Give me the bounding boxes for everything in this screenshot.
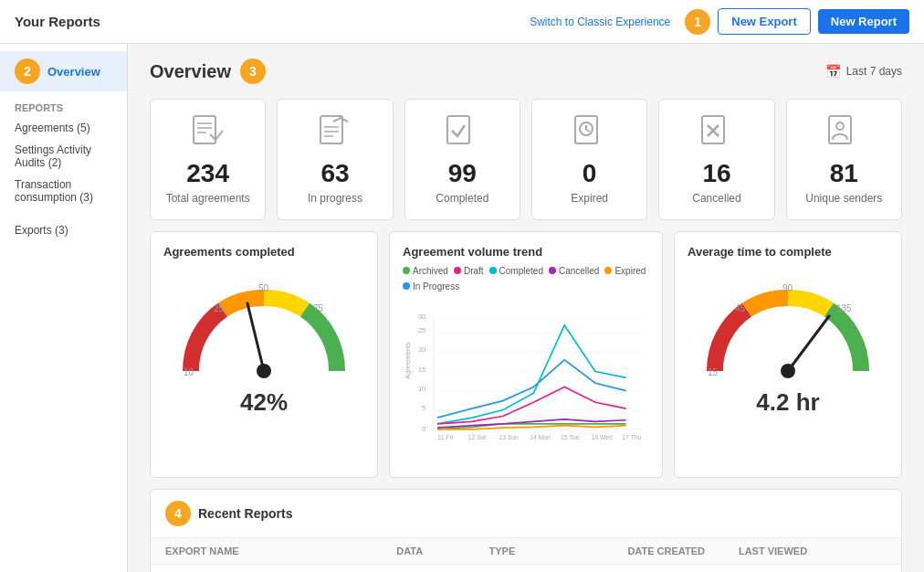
stat-card-unique-senders: 81 Unique senders bbox=[786, 99, 902, 220]
chart-agreements-completed: Agreements completed 10 bbox=[150, 231, 378, 478]
recent-reports-section: 4 Recent Reports EXPORT NAME DATA TYPE D… bbox=[150, 489, 902, 572]
legend-label-draft: Draft bbox=[464, 266, 484, 276]
svg-text:75: 75 bbox=[313, 303, 324, 313]
stat-icon-unique-senders bbox=[825, 114, 862, 154]
svg-text:12 Sat: 12 Sat bbox=[468, 434, 487, 440]
svg-text:10: 10 bbox=[418, 384, 425, 392]
step-badge-2: 2 bbox=[15, 58, 40, 84]
stat-label-unique-senders: Unique senders bbox=[805, 192, 882, 205]
stat-number-cancelled: 16 bbox=[702, 160, 730, 188]
legend-draft: Draft bbox=[454, 266, 484, 276]
step-badge-1: 1 bbox=[685, 9, 710, 35]
overview-header: Overview 3 📅 Last 7 days bbox=[128, 44, 924, 91]
svg-text:16 Wed: 16 Wed bbox=[592, 434, 613, 440]
svg-text:14 Mon: 14 Mon bbox=[530, 434, 551, 440]
svg-text:17 Thu: 17 Thu bbox=[622, 434, 641, 440]
gauge-avgtime-svg: 15 45 90 135 bbox=[688, 266, 888, 385]
recent-reports-header: 4 Recent Reports bbox=[151, 490, 901, 538]
svg-point-23 bbox=[257, 364, 271, 378]
col-header-data: DATA bbox=[396, 546, 488, 556]
col-header-last-viewed: LAST VIEWED bbox=[739, 546, 850, 556]
legend-archived: Archived bbox=[403, 266, 448, 276]
svg-text:5: 5 bbox=[422, 404, 425, 412]
sidebar-item-exports[interactable]: Exports (3) bbox=[0, 219, 127, 241]
svg-text:25: 25 bbox=[418, 326, 425, 334]
svg-rect-8 bbox=[447, 116, 469, 143]
stat-icon-cancelled bbox=[698, 114, 735, 154]
step-badge-4: 4 bbox=[165, 501, 191, 526]
col-header-type: TYPE bbox=[488, 546, 627, 556]
page-title: Your Reports bbox=[15, 14, 100, 29]
date-range-label: Last 7 days bbox=[846, 65, 902, 78]
stat-number-unique-senders: 81 bbox=[830, 160, 858, 188]
svg-text:50: 50 bbox=[258, 283, 269, 293]
stat-icon-completed bbox=[444, 114, 480, 154]
new-export-button[interactable]: New Export bbox=[718, 8, 811, 35]
legend-dot-inprogress bbox=[403, 282, 410, 290]
gauge-completed-svg: 10 25 50 75 bbox=[163, 266, 364, 385]
svg-text:0: 0 bbox=[422, 425, 425, 433]
stat-label-total: Total agreements bbox=[166, 192, 250, 205]
legend-dot-draft bbox=[454, 267, 461, 274]
chart-title-avgtime: Average time to complete bbox=[688, 245, 888, 259]
stat-card-inprogress: 63 In progress bbox=[277, 99, 393, 220]
stat-card-total: 234 Total agreements bbox=[150, 99, 266, 220]
stat-number-total: 234 bbox=[186, 160, 229, 188]
legend-inprogress: In Progress bbox=[403, 281, 459, 291]
svg-text:15: 15 bbox=[418, 365, 425, 373]
svg-text:25: 25 bbox=[214, 303, 225, 313]
col-header-actions bbox=[849, 546, 887, 556]
svg-text:15: 15 bbox=[708, 367, 719, 377]
sidebar-section-label: REPORTS bbox=[0, 91, 127, 117]
legend-cancelled: Cancelled bbox=[549, 266, 599, 276]
svg-text:20: 20 bbox=[418, 345, 425, 354]
sidebar-item-transaction[interactable]: Transaction consumption (3) bbox=[0, 174, 127, 208]
new-report-button[interactable]: New Report bbox=[818, 9, 909, 34]
svg-rect-0 bbox=[194, 116, 215, 143]
legend-label-cancelled: Cancelled bbox=[559, 266, 599, 276]
chart-title-completed: Agreements completed bbox=[163, 245, 364, 259]
stat-number-inprogress: 63 bbox=[320, 160, 349, 188]
stat-number-completed: 99 bbox=[448, 160, 477, 188]
gauge-completed-container: 10 25 50 75 42% bbox=[163, 266, 364, 417]
date-range: 📅 Last 7 days bbox=[825, 64, 902, 79]
svg-text:11 Fri: 11 Fri bbox=[437, 434, 454, 440]
legend-dot-cancelled bbox=[549, 267, 556, 274]
calendar-icon: 📅 bbox=[825, 64, 841, 79]
stat-label-completed: Completed bbox=[436, 192, 488, 205]
gauge-avgtime-container: 15 45 90 135 4.2 hr bbox=[688, 266, 888, 417]
top-bar: Your Reports Switch to Classic Experienc… bbox=[0, 0, 924, 44]
col-header-name: EXPORT NAME bbox=[165, 546, 396, 556]
switch-classic-link[interactable]: Switch to Classic Experience bbox=[530, 16, 670, 28]
svg-text:Agreements: Agreements bbox=[404, 342, 412, 379]
svg-text:135: 135 bbox=[836, 303, 852, 313]
svg-text:45: 45 bbox=[735, 303, 746, 313]
stat-icon-expired bbox=[572, 114, 608, 154]
stat-label-expired: Expired bbox=[571, 192, 608, 205]
legend-label-completed: Completed bbox=[499, 266, 543, 276]
chart-volume-trend: Agreement volume trend Archived Draft Co… bbox=[389, 231, 663, 478]
stat-label-inprogress: In progress bbox=[308, 192, 362, 205]
svg-text:10: 10 bbox=[184, 367, 194, 377]
svg-point-52 bbox=[781, 364, 795, 378]
stat-number-expired: 0 bbox=[583, 160, 597, 188]
top-bar-right: Switch to Classic Experience 1 New Expor… bbox=[530, 8, 909, 35]
sidebar-item-settings-activity[interactable]: Settings Activity Audits (2) bbox=[0, 139, 127, 174]
stats-row: 234 Total agreements 63 In progress 99 C… bbox=[128, 91, 924, 231]
legend-label-expired: Expired bbox=[614, 266, 646, 276]
stat-card-cancelled: 16 Cancelled bbox=[658, 99, 774, 220]
col-header-date-created: DATE CREATED bbox=[627, 546, 739, 556]
legend-completed: Completed bbox=[489, 266, 543, 276]
sidebar: 2 Overview REPORTS Agreements (5) Settin… bbox=[0, 44, 128, 572]
legend-label-inprogress: In Progress bbox=[413, 281, 459, 291]
gauge-avgtime-label: 4.2 hr bbox=[756, 388, 819, 417]
sidebar-item-agreements[interactable]: Agreements (5) bbox=[0, 117, 127, 139]
legend-label-archived: Archived bbox=[413, 266, 448, 276]
svg-line-12 bbox=[586, 130, 590, 132]
svg-line-22 bbox=[247, 303, 264, 371]
svg-text:30: 30 bbox=[418, 312, 425, 321]
legend-dot-archived bbox=[403, 267, 410, 274]
stat-icon-inprogress bbox=[317, 114, 353, 154]
sidebar-item-overview[interactable]: 2 Overview bbox=[0, 51, 127, 91]
table-header: EXPORT NAME DATA TYPE DATE CREATED LAST … bbox=[151, 538, 901, 565]
